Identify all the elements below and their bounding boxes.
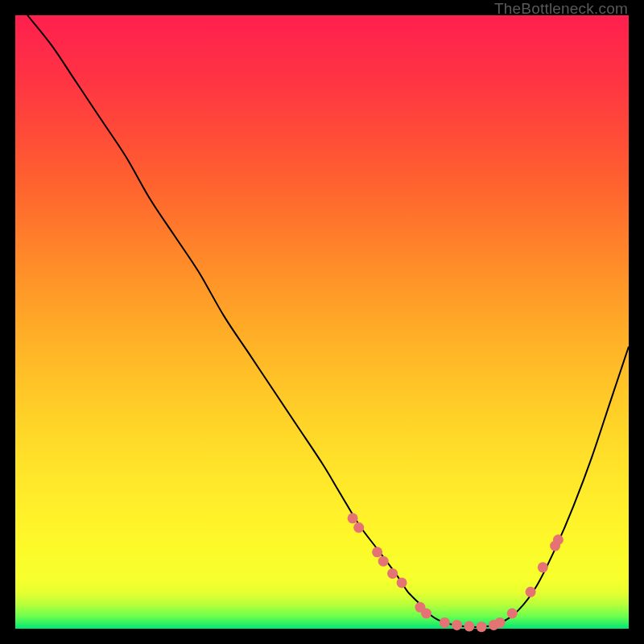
bottleneck-curve: [27, 15, 629, 627]
marker-point: [421, 609, 431, 619]
marker-point: [387, 568, 398, 579]
marker-point: [397, 577, 407, 588]
marker-point: [378, 556, 389, 567]
marker-point: [348, 513, 358, 523]
marker-point: [507, 609, 518, 619]
markers-group: [348, 513, 564, 632]
plot-area: [15, 15, 629, 629]
marker-point: [495, 617, 506, 628]
marker-point: [477, 621, 487, 632]
marker-point: [526, 587, 536, 597]
marker-point: [372, 547, 382, 557]
marker-point: [353, 522, 364, 533]
marker-point: [440, 617, 450, 628]
marker-point: [452, 620, 462, 630]
marker-point: [464, 621, 474, 632]
chart-stage: TheBottleneck.com: [0, 0, 644, 644]
curve-layer: [15, 15, 629, 629]
marker-point: [553, 535, 564, 545]
marker-point: [538, 562, 548, 572]
